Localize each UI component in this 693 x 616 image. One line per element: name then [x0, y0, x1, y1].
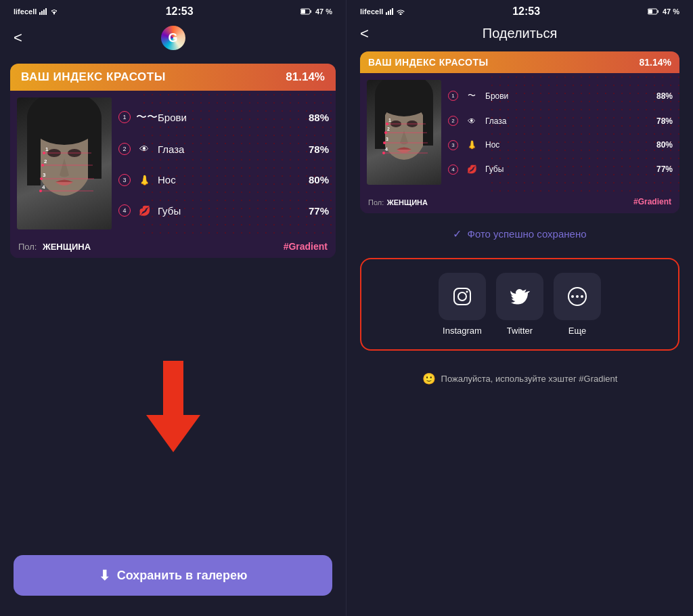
traits-list-left: 1 〜〜 Брови 88% 2 👁 Глаза 78% 3 👃 Нос 80% [118, 97, 329, 229]
lips-icon-left: 💋 [136, 205, 152, 216]
twitter-label: Twitter [507, 326, 533, 336]
svg-point-56 [466, 291, 468, 293]
svg-text:3: 3 [43, 172, 46, 178]
back-button-left[interactable]: < [14, 29, 22, 47]
svg-rect-6 [310, 10, 311, 13]
gender-label-right: Пол: [368, 198, 384, 206]
svg-rect-38 [375, 95, 385, 149]
beauty-footer-left: Пол: ЖЕНЩИНА #Gradient [10, 236, 336, 258]
instagram-icon [451, 286, 473, 307]
trait-eyebrows-right: 1 〜 Брови 88% [448, 87, 673, 104]
beauty-content-left: 1 2 3 4 [10, 91, 336, 236]
beauty-header-right: ВАШ ИНДЕКС КРАСОТЫ 81.14% [360, 51, 679, 73]
face-svg-right: 1 2 3 4 [367, 80, 441, 185]
face-image-right: 1 2 3 4 [367, 80, 441, 185]
face-image-left: 1 2 3 4 [17, 97, 112, 229]
share-instagram[interactable]: Instagram [439, 273, 486, 336]
gender-info-right: Пол: ЖЕНЩИНА [368, 196, 428, 208]
lips-score-right: 77% [646, 164, 673, 174]
save-icon: ⬇ [99, 567, 110, 584]
svg-text:2: 2 [387, 127, 390, 131]
back-button-right[interactable]: < [360, 25, 369, 43]
eyebrows-score-left: 88% [302, 112, 329, 123]
traits-list-right: 1 〜 Брови 88% 2 👁 Глаза 78% 3 👃 Нос 80% [448, 80, 673, 185]
svg-rect-54 [454, 288, 470, 305]
battery-icon-right [648, 8, 658, 15]
top-nav-right: < Поделиться [346, 20, 693, 48]
share-more[interactable]: Еще [554, 273, 601, 336]
svg-point-4 [53, 14, 55, 15]
arrow-section [0, 265, 346, 548]
signal-icon-right [386, 8, 394, 15]
eyebrows-score-right: 88% [646, 91, 673, 101]
save-gallery-button[interactable]: ⬇ Сохранить в галерею [14, 555, 332, 596]
svg-rect-33 [657, 10, 658, 13]
trait-lips-right: 4 💋 Губы 77% [448, 162, 673, 177]
gender-val-right: ЖЕНЩИНА [387, 198, 428, 206]
svg-rect-3 [45, 8, 47, 15]
arrow-body [163, 361, 183, 415]
svg-point-49 [383, 141, 386, 144]
face-img-left: 1 2 3 4 [17, 97, 112, 229]
trait-num-2-right: 2 [448, 116, 458, 126]
eyes-score-left: 78% [302, 144, 329, 155]
success-text: Фото успешно сохранено [467, 228, 586, 240]
more-icon-box [554, 273, 601, 320]
trait-num-1-right: 1 [448, 91, 458, 101]
lips-score-left: 77% [302, 205, 329, 217]
trait-num-4-left: 4 [118, 204, 131, 217]
bottom-hint: 🙂 Пожалуйста, используйте хэштег #Gradie… [346, 364, 693, 393]
status-right-right: 47 % [648, 7, 679, 16]
gender-val-left: ЖЕНЩИНА [43, 242, 91, 252]
svg-point-46 [384, 131, 387, 134]
left-screen: lifecell 12:53 47 % < [0, 0, 346, 616]
beauty-title-left: ВАШ ИНДЕКС КРАСОТЫ [21, 70, 166, 84]
success-message: ✓ Фото успешно сохранено [346, 217, 693, 251]
svg-rect-11 [27, 118, 41, 185]
svg-text:1: 1 [45, 146, 49, 152]
svg-point-55 [458, 292, 466, 301]
trait-num-4-right: 4 [448, 164, 458, 175]
smiley-icon: 🙂 [422, 372, 436, 385]
battery-left: 47 % [315, 7, 332, 16]
save-label: Сохранить в галерею [117, 569, 248, 583]
eyes-icon-right: 👁 [464, 116, 480, 126]
twitter-icon-box [496, 273, 543, 320]
nose-label-left: Нос [158, 174, 296, 185]
gender-label-left: Пол: [18, 242, 37, 252]
svg-point-52 [382, 152, 385, 154]
battery-icon-left [300, 8, 311, 15]
hashtag-left: #Gradient [284, 241, 328, 252]
hashtag-right: #Gradient [633, 197, 671, 206]
svg-point-60 [581, 295, 583, 298]
carrier-left: lifecell [14, 7, 37, 16]
eyebrows-icon-right: 〜 [464, 90, 480, 102]
lips-icon-right: 💋 [464, 164, 480, 174]
svg-rect-0 [39, 12, 41, 15]
beauty-card-right: ВАШ ИНДЕКС КРАСОТЫ 81.14% [360, 51, 679, 213]
twitter-icon [509, 286, 531, 307]
svg-text:4: 4 [385, 147, 388, 152]
trait-num-3-left: 3 [118, 174, 131, 186]
signal-icon-left [39, 8, 47, 15]
trait-eyes-right: 2 👁 Глаза 78% [448, 113, 673, 129]
wifi-icon-right [397, 8, 405, 15]
share-twitter[interactable]: Twitter [496, 273, 543, 336]
eyes-label-right: Глаза [485, 116, 640, 126]
svg-rect-39 [423, 95, 433, 146]
beauty-header-left: ВАШ ИНДЕКС КРАСОТЫ 81.14% [10, 64, 336, 91]
instagram-label: Instagram [443, 326, 482, 336]
more-label: Еще [568, 326, 586, 336]
trait-num-2-left: 2 [118, 143, 131, 155]
svg-point-43 [386, 123, 388, 125]
hint-text: Пожалуйста, используйте хэштег #Gradient [441, 374, 618, 384]
trait-eyebrows-left: 1 〜〜 Брови 88% [118, 108, 329, 127]
svg-rect-29 [390, 9, 391, 15]
lips-label-right: Губы [485, 164, 640, 174]
status-bar-right: lifecell 12:53 47 % [346, 0, 693, 20]
top-nav-left: < G [0, 20, 346, 57]
nose-label-right: Нос [485, 140, 640, 150]
beauty-score-left: 81.14% [286, 70, 325, 84]
face-svg-left: 1 2 3 4 [17, 97, 112, 229]
svg-point-59 [576, 295, 579, 298]
